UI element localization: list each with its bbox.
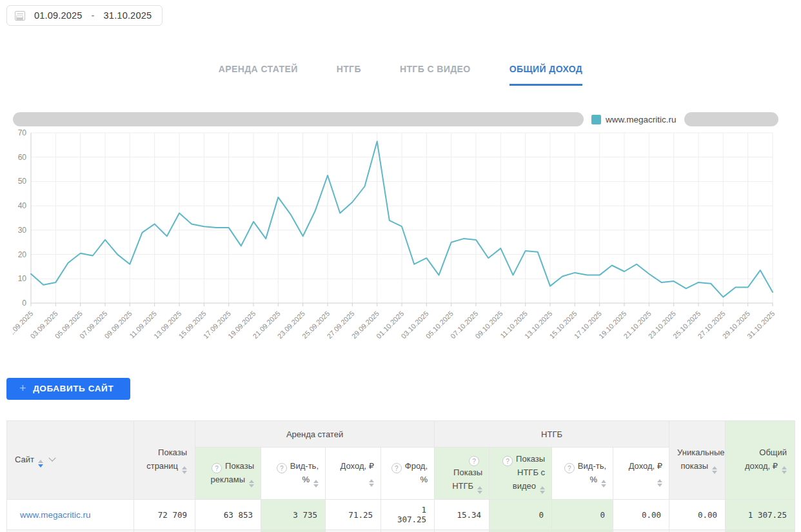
partial-cell (726, 530, 795, 532)
partial-cell (552, 530, 613, 532)
chart-legend-row: www.megacritic.ru (13, 112, 795, 126)
svg-text:20: 20 (18, 250, 27, 259)
help-icon[interactable]: ? (564, 463, 575, 473)
column-header-unique_views[interactable]: Уникальные показы (669, 421, 726, 500)
date-range-end: 31.10.2025 (104, 10, 152, 21)
cell-income_rent: 1 307.25 (381, 500, 435, 530)
group-header-0: Аренда статей (195, 421, 435, 448)
column-label: Показы страниц (146, 448, 187, 470)
column-header-ad_views[interactable]: ?Показы рекламы (195, 448, 261, 500)
column-header-page_views[interactable]: Показы страниц (134, 421, 195, 500)
help-icon[interactable]: ? (469, 456, 479, 466)
column-header-income_ntgb[interactable]: Доход, ₽ (613, 448, 669, 500)
column-label: Сайт (15, 455, 34, 464)
partial-cell (134, 530, 195, 532)
chevron-down-icon[interactable] (48, 454, 55, 461)
table-row: www.megacritic.ru72 70963 8533 73571.251… (7, 500, 795, 530)
sort-arrows-icon[interactable] (712, 466, 717, 474)
cell-income_ntgb: 0.00 (669, 500, 726, 530)
sort-arrows-icon[interactable] (249, 480, 254, 488)
partial-cell (7, 530, 134, 532)
table-body: www.megacritic.ru72 70963 8533 73571.251… (7, 500, 795, 532)
legend-item-megacritic[interactable]: www.megacritic.ru (591, 115, 677, 124)
svg-text:30: 30 (18, 226, 27, 235)
partial-cell (435, 530, 490, 532)
partial-cell (261, 530, 326, 532)
column-label: Доход, ₽ (341, 461, 374, 471)
group-header-1: НТГБ (435, 421, 669, 448)
partial-cell (381, 530, 435, 532)
column-header-viewability_rent[interactable]: ?Вид-ть, % (261, 448, 326, 500)
sort-arrows-icon[interactable] (782, 466, 787, 474)
column-label: Уникальные показы (677, 448, 724, 470)
sort-arrows-icon[interactable] (38, 460, 43, 468)
sort-arrows-icon[interactable] (601, 480, 606, 488)
column-header-ntgb_views[interactable]: ?Показы НТГБ (435, 448, 490, 500)
cell-ntgb_video_views: 0 (552, 500, 613, 530)
tab-0[interactable]: АРЕНДА СТАТЕЙ (219, 64, 298, 86)
date-range-separator: - (92, 10, 95, 21)
column-header-viewability_ntgb[interactable]: ?Вид-ть, % (552, 448, 613, 500)
column-label: Фрод, % (405, 461, 428, 484)
help-icon[interactable]: ? (277, 463, 287, 473)
column-label: Доход, ₽ (629, 461, 662, 471)
plus-icon: + (19, 384, 26, 393)
column-label: Общий доход, ₽ (745, 448, 787, 470)
sites-table-wrap: СайтПоказы страницАренда статейНТГБУника… (6, 420, 795, 532)
svg-text:50: 50 (18, 177, 27, 186)
help-icon[interactable]: ? (212, 463, 222, 473)
cell-page_views: 72 709 (134, 500, 195, 530)
date-range-picker[interactable]: 01.09.2025 - 31.10.2025 (6, 5, 163, 26)
column-header-ntgb_video_views[interactable]: ?Показы НТГБ с видео (490, 448, 552, 500)
column-header-total_income[interactable]: Общий доход, ₽ (726, 421, 795, 500)
add-site-label: ДОБАВИТЬ САЙТ (33, 384, 114, 393)
sort-arrows-icon[interactable] (182, 466, 187, 474)
sort-arrows-icon[interactable] (477, 486, 482, 494)
column-header-fraud[interactable]: ?Фрод, % (381, 448, 435, 500)
tab-2[interactable]: НТГБ С ВИДЕО (400, 64, 471, 86)
partial-cell (669, 530, 726, 532)
sort-arrows-icon[interactable] (313, 480, 319, 488)
cell-ad_views: 3 735 (261, 500, 326, 530)
partial-row (7, 530, 795, 532)
help-icon[interactable]: ? (502, 456, 513, 466)
cell-total_income: 1 307.25 (726, 500, 795, 530)
legend-site-label: www.megacritic.ru (606, 115, 677, 124)
tab-1[interactable]: НТГБ (337, 64, 361, 86)
sort-arrows-icon[interactable] (369, 479, 374, 487)
calendar-icon (15, 11, 25, 21)
sort-arrows-icon[interactable] (657, 479, 662, 487)
tabs: АРЕНДА СТАТЕЙНТГБНТГБ С ВИДЕООБЩИЙ ДОХОД (0, 64, 801, 86)
column-header-site[interactable]: Сайт (7, 421, 134, 500)
sites-table: СайтПоказы страницАренда статейНТГБУника… (6, 420, 795, 532)
svg-text:0: 0 (22, 299, 26, 308)
column-label: Показы НТГБ с видео (513, 454, 545, 490)
date-range-start: 01.09.2025 (34, 10, 83, 21)
chart-block: www.megacritic.ru 01020304050607001.09.2… (13, 112, 795, 357)
sort-arrows-icon[interactable] (540, 486, 545, 494)
svg-text:40: 40 (18, 201, 27, 210)
add-site-button[interactable]: + ДОБАВИТЬ САЙТ (6, 378, 130, 400)
redacted-legend-right (684, 112, 778, 126)
cell-ntgb_views: 0 (490, 500, 552, 530)
column-header-income_rent[interactable]: Доход, ₽ (326, 448, 381, 500)
redacted-legend-left (13, 112, 584, 126)
tab-3[interactable]: ОБЩИЙ ДОХОД (509, 64, 583, 86)
svg-text:10: 10 (18, 274, 27, 283)
revenue-line-chart: 01020304050607001.09.202503.09.202505.09… (13, 128, 795, 355)
legend-marker-icon (591, 115, 601, 124)
cell-unique_views: 63 853 (195, 500, 261, 530)
partial-cell (490, 530, 552, 532)
cell-fraud: 15.34 (435, 500, 490, 530)
partial-cell (326, 530, 381, 532)
cell-site[interactable]: www.megacritic.ru (7, 500, 134, 530)
partial-cell (613, 530, 669, 532)
help-icon[interactable]: ? (391, 463, 402, 473)
svg-text:60: 60 (18, 153, 27, 162)
cell-viewability_rent: 71.25 (326, 500, 381, 530)
table-head: СайтПоказы страницАренда статейНТГБУника… (7, 421, 795, 500)
cell-viewability_ntgb: 0.00 (613, 500, 669, 530)
svg-text:70: 70 (18, 128, 27, 137)
partial-cell (195, 530, 261, 532)
